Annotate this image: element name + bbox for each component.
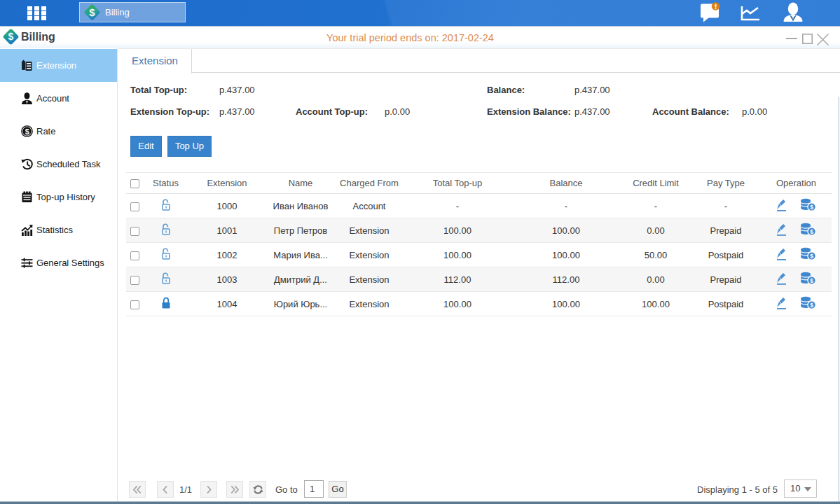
svg-text:$: $ [811,228,814,235]
svg-text:$: $ [811,302,814,309]
svg-text:$: $ [811,277,814,284]
svg-text:$: $ [811,253,814,260]
svg-text:$: $ [811,204,814,211]
svg-text:$: $ [25,127,29,136]
